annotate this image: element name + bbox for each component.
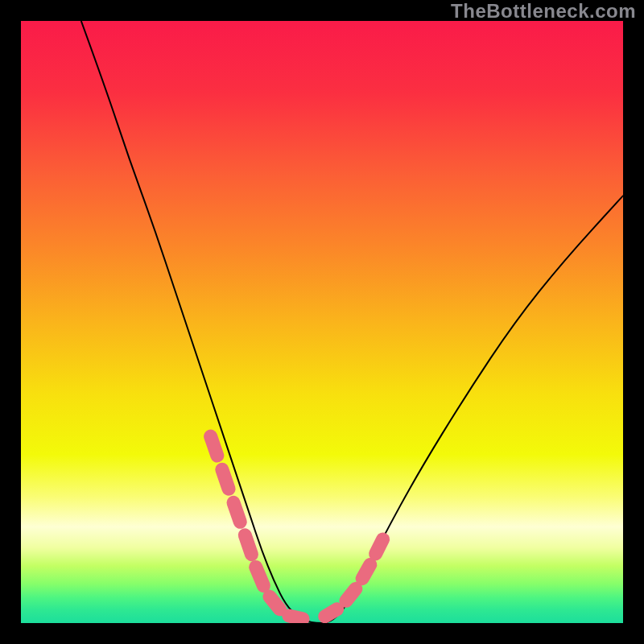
- svg-line-6: [289, 616, 303, 619]
- chart-frame: [21, 21, 623, 623]
- svg-line-8: [346, 588, 356, 601]
- svg-line-10: [376, 539, 383, 554]
- svg-line-5: [270, 597, 280, 609]
- svg-line-9: [362, 564, 370, 578]
- svg-line-2: [233, 502, 240, 522]
- svg-line-3: [245, 535, 251, 555]
- chart-background: [21, 21, 623, 623]
- svg-line-1: [222, 469, 229, 489]
- watermark-text: TheBottleneck.com: [451, 0, 636, 23]
- svg-line-7: [325, 609, 337, 617]
- svg-line-0: [211, 436, 217, 456]
- chart-svg: [21, 21, 623, 623]
- svg-line-4: [256, 567, 264, 585]
